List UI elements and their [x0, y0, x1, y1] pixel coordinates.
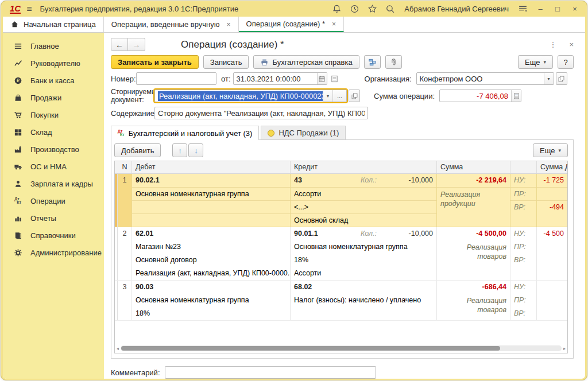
home-icon: [10, 20, 19, 29]
scroll-left-icon[interactable]: ◂: [117, 346, 119, 351]
organization-select[interactable]: Конфетпром ООО ▾: [416, 72, 554, 85]
trend-chart-icon: [13, 59, 23, 68]
tab-close-icon[interactable]: ×: [332, 20, 336, 28]
tab-label: Операция (создание) *: [246, 20, 325, 28]
book-icon: [13, 231, 23, 240]
form-close-icon[interactable]: ×: [569, 40, 574, 49]
more-button[interactable]: Еще▾: [518, 55, 553, 69]
add-row-button[interactable]: Добавить: [114, 143, 161, 157]
date-label: от:: [221, 75, 231, 83]
favorites-star-icon[interactable]: [368, 4, 377, 14]
sidebar-item-bank-kassa[interactable]: ₽ Банк и касса: [3, 72, 104, 89]
sidebar-item-administrirovanie[interactable]: Администрирование: [3, 244, 104, 261]
scroll-right-icon[interactable]: ▸: [563, 346, 566, 351]
sidebar-item-sklad[interactable]: Склад: [3, 123, 104, 141]
form-overflow-icon[interactable]: ⋮: [549, 40, 556, 49]
sidebar-item-glavnoe[interactable]: Главное: [3, 37, 104, 55]
calculator-icon[interactable]: [511, 90, 521, 102]
tab-manual-operations[interactable]: Операции, введенные вручную ×: [104, 17, 239, 32]
date-input[interactable]: 31.03.2021 0:00:00: [233, 72, 327, 85]
bag-icon: [13, 94, 23, 102]
chevron-down-icon: ▾: [543, 59, 546, 65]
quantity: -10,000: [393, 174, 433, 187]
current-user[interactable]: Абрамов Геннадий Сергеевич: [404, 5, 509, 13]
chevron-down-icon[interactable]: ▾: [323, 90, 332, 102]
table-row[interactable]: 3 90.03 Основная номенклатурная группа 1…: [115, 281, 567, 321]
app-title: Бухгалтерия предприятия, редакция 3.0 1С…: [40, 5, 239, 13]
number-input[interactable]: [136, 72, 216, 85]
horizontal-scrollbar[interactable]: ◂ ▸: [115, 345, 567, 353]
boxes-grid-icon: [13, 128, 23, 137]
cart-icon: [13, 111, 23, 119]
sections-icon: [13, 42, 23, 50]
attachments-button[interactable]: [385, 55, 402, 69]
credit-account: 90.01.1: [294, 227, 361, 240]
sum-note: Реализация товаров: [437, 294, 510, 314]
dtkt-icon: ДтКт: [13, 197, 23, 204]
structure-icon: [368, 58, 377, 67]
move-down-button[interactable]: ↓: [188, 143, 203, 157]
notifications-bell-icon[interactable]: [332, 4, 342, 14]
window-close-button[interactable]: ×: [570, 5, 579, 13]
service-menu-icon[interactable]: [518, 4, 528, 14]
coin-icon: [268, 130, 274, 137]
truck-icon: [13, 162, 23, 171]
calendar-icon[interactable]: [317, 73, 327, 84]
main-menu-icon[interactable]: ≡: [26, 4, 32, 14]
move-up-button[interactable]: ↑: [172, 143, 187, 157]
postings-table: N Дебет Кредит Сумма Сумма Дт 1: [114, 161, 568, 353]
nav-forward-button[interactable]: →: [128, 38, 145, 51]
sidebar-item-rukovoditelyu[interactable]: Руководителю: [3, 55, 104, 72]
sum-note: Реализация товаров: [437, 240, 510, 261]
choose-ellipsis-button[interactable]: ...: [332, 90, 346, 102]
dtkt-icon: ДтКт: [118, 130, 125, 137]
operation-amount-input[interactable]: -7 406,08: [439, 90, 521, 102]
debit-account: 90.03: [132, 281, 290, 294]
tab-operation-new[interactable]: Операция (создание) * ×: [239, 17, 344, 32]
sidebar-item-otchety[interactable]: Отчеты: [3, 209, 104, 227]
sidebar: Главное Руководителю ₽ Банк и касса Прод…: [3, 33, 104, 379]
gear-icon: [13, 248, 23, 257]
open-list-icon[interactable]: [329, 72, 341, 85]
save-and-close-button[interactable]: Записать и закрыть: [111, 55, 199, 69]
chevron-down-icon: ▾: [558, 147, 561, 153]
accounting-reference-button[interactable]: Бухгалтерская справка: [253, 55, 359, 69]
chevron-down-icon[interactable]: ▾: [544, 73, 554, 84]
tab-close-icon[interactable]: ×: [227, 21, 231, 29]
sidebar-item-proizvodstvo[interactable]: Производство: [3, 141, 104, 158]
sidebar-item-spravochniki[interactable]: Справочники: [3, 227, 104, 244]
sidebar-item-pokupki[interactable]: Покупки: [3, 106, 104, 123]
comment-input[interactable]: [165, 366, 376, 379]
history-icon[interactable]: [350, 4, 359, 14]
help-button[interactable]: ?: [558, 55, 574, 69]
content-input[interactable]: Сторно документа "Реализация (акт, накла…: [154, 107, 368, 119]
titlebar: 1С ≡ Бухгалтерия предприятия, редакция 3…: [3, 1, 585, 17]
posting-structure-button[interactable]: [364, 55, 381, 69]
tab-vat-sales[interactable]: НДС Продажи (1): [261, 126, 346, 139]
save-button[interactable]: Записать: [203, 55, 249, 69]
col-sum-dt: Сумма Дт: [537, 161, 567, 173]
scrollbar-thumb[interactable]: [121, 346, 500, 351]
printer-icon: [260, 58, 269, 67]
storno-doc-select[interactable]: Реализация (акт, накладная, УПД) КП00-00…: [154, 90, 347, 102]
open-icon[interactable]: [556, 72, 567, 85]
tab-home[interactable]: Начальная страница: [3, 17, 104, 32]
sidebar-item-os-nma[interactable]: ОС и НМА: [3, 158, 104, 175]
tab-accounting-tax[interactable]: ДтКт Бухгалтерский и налоговый учет (3): [111, 126, 259, 140]
table-header: N Дебет Кредит Сумма Сумма Дт: [115, 161, 567, 174]
content-label: Содержание:: [111, 109, 154, 118]
credit-account: 68.02: [294, 281, 361, 294]
minimize-button[interactable]: –: [536, 5, 545, 13]
table-row[interactable]: 1 90.02.1 Основная номенклатурная группа…: [115, 174, 567, 227]
maximize-button[interactable]: □: [553, 5, 562, 13]
table-row[interactable]: 2 62.01 Магазин №23 Основной договор Реа…: [115, 227, 567, 281]
search-icon[interactable]: [385, 4, 395, 14]
table-more-button[interactable]: Еще▾: [533, 143, 568, 157]
open-icon[interactable]: [349, 90, 360, 102]
nav-back-button[interactable]: ←: [111, 38, 128, 51]
paperclip-icon: [389, 58, 398, 67]
sidebar-item-prodazhi[interactable]: Продажи: [3, 89, 104, 106]
sidebar-item-zarplata-kadry[interactable]: Зарплата и кадры: [3, 175, 104, 192]
form-title: Операция (создание) *: [181, 39, 284, 50]
sidebar-item-operacii[interactable]: ДтКт Операции: [3, 192, 104, 209]
